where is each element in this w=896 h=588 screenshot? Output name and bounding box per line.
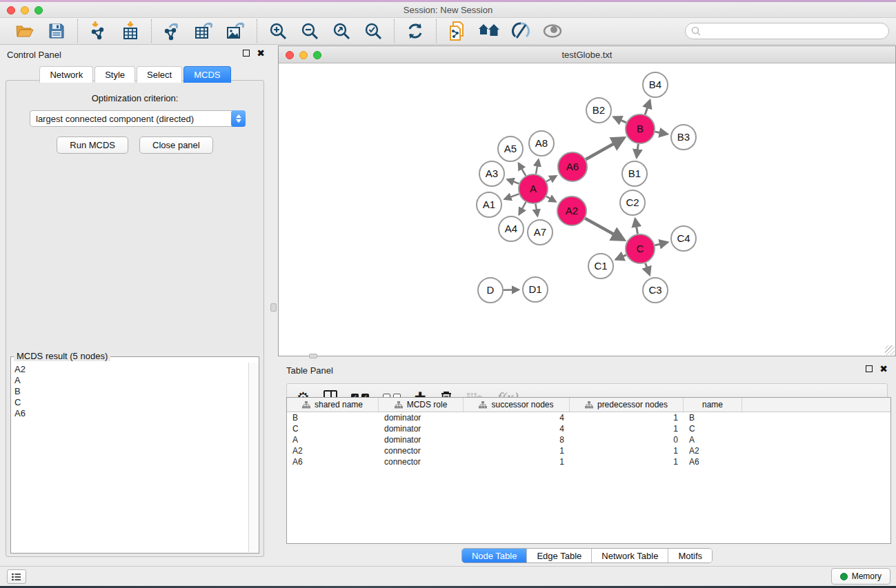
tab-motifs[interactable]: Motifs [668, 549, 712, 562]
cell[interactable]: 8 [464, 435, 570, 445]
node-C3[interactable]: C3 [643, 278, 668, 303]
cell[interactable]: 4 [464, 413, 570, 423]
result-item[interactable]: A [14, 375, 248, 386]
node-B3[interactable]: B3 [671, 125, 696, 150]
tab-mcds[interactable]: MCDS [183, 66, 230, 83]
edge-B-B1[interactable] [637, 144, 638, 157]
import-network-icon[interactable] [88, 21, 110, 41]
save-session-icon[interactable] [46, 21, 68, 41]
close-table-panel-icon[interactable]: ✖ [879, 365, 888, 372]
edge-A2-C[interactable] [585, 219, 624, 240]
edge-C-C4[interactable] [655, 243, 667, 245]
cell[interactable]: 1 [464, 457, 570, 467]
node-A8[interactable]: A8 [529, 131, 554, 156]
cell[interactable]: 4 [464, 424, 570, 434]
home-gallery-icon[interactable] [478, 21, 500, 41]
export-table-icon[interactable] [193, 21, 215, 41]
edge-C-C1[interactable] [616, 255, 626, 260]
result-item[interactable]: B [14, 386, 248, 397]
column-header-shared-name[interactable]: shared name [287, 398, 379, 412]
edge-A-A4[interactable] [519, 202, 526, 214]
cell[interactable]: 1 [464, 446, 570, 456]
edge-A-A3[interactable] [508, 179, 519, 183]
column-header-successor-nodes[interactable]: successor nodes [464, 398, 570, 412]
edge-C-C2[interactable] [635, 219, 638, 234]
node-D1[interactable]: D1 [523, 277, 548, 302]
zoom-selected-icon[interactable] [362, 21, 384, 41]
tab-select[interactable]: Select [137, 66, 182, 83]
node-A3[interactable]: A3 [479, 161, 504, 186]
network-graph[interactable]: B4B2BB3A5A8A6A3B1AA1C2A2A4A7C4CC1C3DD1 [279, 63, 895, 356]
float-panel-icon[interactable] [243, 50, 250, 57]
close-panel-icon[interactable]: ✖ [257, 50, 265, 57]
node-A6[interactable]: A6 [558, 152, 587, 181]
node-table[interactable]: shared nameMCDS rolesuccessor nodesprede… [286, 397, 891, 544]
zoom-fit-icon[interactable] [330, 21, 352, 41]
node-B4[interactable]: B4 [643, 72, 668, 97]
node-A2[interactable]: A2 [557, 196, 586, 225]
node-C[interactable]: C [626, 234, 655, 263]
cell[interactable]: dominator [379, 435, 464, 445]
node-A5[interactable]: A5 [498, 136, 523, 161]
run-mcds-button[interactable]: Run MCDS [57, 136, 128, 154]
edge-A-A5[interactable] [519, 163, 526, 176]
cell[interactable]: A [287, 435, 379, 445]
tab-network-table[interactable]: Network Table [592, 549, 668, 562]
horizontal-splitter-grip[interactable] [309, 354, 317, 358]
node-B[interactable]: B [626, 114, 655, 143]
result-item[interactable]: A6 [14, 408, 248, 419]
close-panel-button[interactable]: Close panel [139, 136, 213, 154]
window-resize-grip[interactable] [885, 345, 895, 355]
cell[interactable]: B [287, 413, 379, 423]
node-A[interactable]: A [519, 174, 548, 203]
column-header-predecessor-nodes[interactable]: predecessor nodes [570, 398, 684, 412]
search-input[interactable] [685, 23, 889, 39]
node-C1[interactable]: C1 [588, 254, 613, 278]
node-A1[interactable]: A1 [477, 192, 501, 217]
tab-node-table[interactable]: Node Table [462, 549, 528, 562]
result-list-scrollbar[interactable] [248, 363, 259, 552]
column-header-name[interactable]: name [684, 398, 742, 412]
show-graphics-eye-icon[interactable] [541, 21, 564, 41]
network-canvas[interactable]: B4B2BB3A5A8A6A3B1AA1C2A2A4A7C4CC1C3DD1 [279, 63, 895, 356]
cell[interactable]: 0 [570, 435, 684, 445]
cell[interactable]: 1 [570, 457, 684, 467]
clone-network-icon[interactable] [446, 21, 468, 41]
node-B1[interactable]: B1 [622, 161, 647, 186]
edge-B-B3[interactable] [655, 132, 668, 134]
node-A7[interactable]: A7 [528, 220, 552, 245]
node-D[interactable]: D [478, 278, 503, 303]
cell[interactable]: dominator [379, 424, 464, 434]
export-network-icon[interactable] [161, 21, 183, 41]
tab-network[interactable]: Network [39, 66, 93, 83]
zoom-out-icon[interactable] [299, 21, 321, 41]
column-header-MCDS-role[interactable]: MCDS role [379, 398, 464, 412]
cell[interactable]: A [684, 435, 742, 445]
edge-B-B2[interactable] [614, 117, 626, 123]
open-file-icon[interactable] [14, 21, 36, 41]
edge-B-B4[interactable] [645, 101, 650, 114]
float-table-panel-icon[interactable] [866, 365, 873, 372]
edge-A6-B[interactable] [586, 138, 624, 159]
edge-A-A6[interactable] [546, 176, 556, 181]
node-A4[interactable]: A4 [499, 216, 524, 241]
cell[interactable]: A6 [684, 457, 742, 467]
hide-label-icon[interactable] [510, 21, 532, 41]
result-item[interactable]: A2 [14, 364, 248, 375]
tab-style[interactable]: Style [94, 66, 135, 83]
vertical-splitter-grip[interactable] [270, 303, 277, 312]
table-row[interactable]: Cdominator41C [287, 423, 890, 434]
result-item[interactable]: C [14, 397, 248, 408]
cell[interactable]: A2 [287, 446, 379, 456]
cell[interactable]: 1 [570, 424, 684, 434]
export-image-icon[interactable] [225, 21, 247, 41]
edge-A-A8[interactable] [536, 160, 539, 174]
memory-button[interactable]: Memory [831, 568, 890, 585]
mcds-result-list[interactable]: A2ABCA6 [12, 363, 248, 552]
table-row[interactable]: Adominator80A [287, 434, 890, 445]
node-B2[interactable]: B2 [586, 98, 611, 123]
node-table-header[interactable]: shared nameMCDS rolesuccessor nodesprede… [287, 398, 890, 412]
cell[interactable]: connector [379, 457, 464, 467]
edge-A-A1[interactable] [505, 194, 519, 199]
node-C2[interactable]: C2 [620, 190, 645, 215]
